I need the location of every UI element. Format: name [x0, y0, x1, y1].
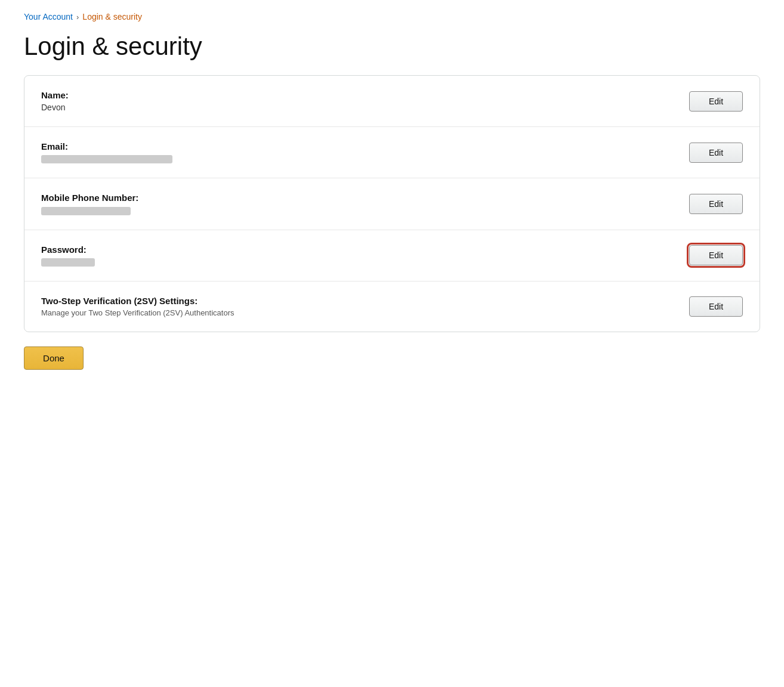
row-value-phone: [41, 205, 677, 215]
security-row-email: Email:Edit: [24, 127, 760, 178]
row-subtext-2sv: Manage your Two Step Verification (2SV) …: [41, 308, 677, 317]
edit-button-phone[interactable]: Edit: [689, 194, 743, 214]
row-left-phone: Mobile Phone Number:: [41, 193, 677, 215]
row-label-phone: Mobile Phone Number:: [41, 193, 677, 203]
page-title: Login & security: [24, 32, 760, 61]
breadcrumb: Your Account › Login & security: [24, 12, 760, 21]
row-right-2sv: Edit: [689, 296, 743, 317]
row-value-name: Devon: [41, 103, 677, 112]
edit-button-password[interactable]: Edit: [689, 245, 743, 265]
row-left-email: Email:: [41, 141, 677, 163]
security-row-password: Password:Edit: [24, 230, 760, 281]
row-label-2sv: Two-Step Verification (2SV) Settings:: [41, 296, 677, 306]
row-value-password: [41, 257, 677, 267]
row-left-password: Password:: [41, 245, 677, 267]
row-label-password: Password:: [41, 245, 677, 255]
row-right-password: Edit: [689, 245, 743, 265]
row-label-name: Name:: [41, 90, 677, 100]
row-value-blurred-password: [41, 258, 95, 267]
row-left-name: Name:Devon: [41, 90, 677, 112]
breadcrumb-your-account-link[interactable]: Your Account: [24, 12, 73, 21]
security-row-phone: Mobile Phone Number:Edit: [24, 178, 760, 230]
row-value-blurred-phone: [41, 207, 131, 215]
security-row-name: Name:DevonEdit: [24, 76, 760, 127]
edit-button-name[interactable]: Edit: [689, 91, 743, 112]
row-right-name: Edit: [689, 91, 743, 112]
row-right-phone: Edit: [689, 194, 743, 214]
row-left-2sv: Two-Step Verification (2SV) Settings:Man…: [41, 296, 677, 317]
breadcrumb-current-page: Login & security: [82, 12, 142, 21]
edit-button-2sv[interactable]: Edit: [689, 296, 743, 317]
security-row-2sv: Two-Step Verification (2SV) Settings:Man…: [24, 281, 760, 332]
edit-button-email[interactable]: Edit: [689, 143, 743, 163]
row-label-email: Email:: [41, 141, 677, 151]
row-right-email: Edit: [689, 143, 743, 163]
security-card: Name:DevonEditEmail:EditMobile Phone Num…: [24, 75, 760, 332]
row-value-blurred-email: [41, 155, 172, 163]
breadcrumb-separator: ›: [76, 13, 79, 21]
row-value-email: [41, 154, 677, 163]
done-button[interactable]: Done: [24, 346, 84, 370]
